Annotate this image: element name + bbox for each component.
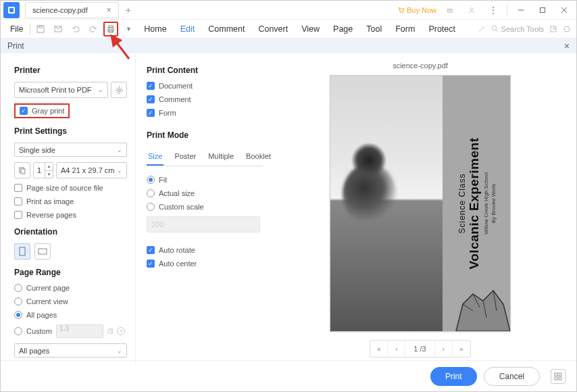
preview-title-strip: Science Class Volcanic Experiment Willow… (443, 76, 510, 331)
current-page-radio[interactable]: Current page (14, 284, 127, 292)
auto-center-option[interactable]: ✓Auto center (147, 260, 263, 268)
menu-page[interactable]: Page (328, 22, 358, 36)
svg-line-17 (496, 30, 498, 32)
search-tools[interactable]: Search Tools (491, 25, 544, 33)
print-header-title: Print (7, 41, 24, 51)
landscape-button[interactable] (34, 243, 51, 260)
custom-range-input[interactable]: 1-3 (56, 324, 103, 338)
print-settings-title: Print Settings (14, 126, 127, 136)
prev-page-button[interactable]: ‹ (388, 341, 405, 357)
last-page-button[interactable]: » (453, 341, 470, 357)
tab-title: science-copy.pdf (32, 6, 88, 14)
tab-booklet[interactable]: Booklet (245, 149, 272, 166)
custom-scale-radio[interactable]: Custom scale (147, 203, 263, 211)
print-comment-option[interactable]: ✓Comment (147, 95, 263, 103)
menu-home[interactable]: Home (139, 22, 172, 36)
scale-input[interactable]: 100 (147, 216, 260, 232)
menu-view[interactable]: View (296, 22, 325, 36)
chevron-down-icon: ⌄ (117, 167, 122, 174)
svg-point-5 (470, 7, 472, 9)
next-page-button[interactable]: › (435, 341, 453, 357)
user-icon[interactable] (463, 2, 480, 18)
auto-rotate-option[interactable]: ✓Auto rotate (147, 246, 263, 254)
actual-size-radio[interactable]: Actual size (147, 189, 263, 197)
new-tab-button[interactable]: + (126, 5, 131, 16)
dialog-footer: Print Cancel (1, 360, 576, 391)
dropdown-icon[interactable]: ▼ (121, 22, 136, 36)
menu-convert[interactable]: Convert (253, 22, 293, 36)
rock-illustration (449, 270, 510, 331)
svg-rect-25 (555, 373, 557, 376)
undo-icon[interactable] (68, 22, 83, 36)
menu-file[interactable]: File (6, 22, 27, 36)
svg-point-16 (492, 26, 496, 30)
sides-select[interactable]: Single side ⌄ (14, 143, 127, 157)
current-view-radio[interactable]: Current view (14, 297, 127, 305)
page-size-source-option[interactable]: Page size of source file (14, 184, 127, 192)
print-mode-tabs: Size Poster Multiple Booklet (147, 149, 263, 166)
paper-size-select[interactable]: A4 21 x 29.7 cm ⌄ (56, 162, 127, 178)
preview-pager: « ‹ 1 /3 › » (370, 340, 470, 358)
expand-icon[interactable] (563, 25, 571, 33)
svg-point-20 (118, 89, 120, 91)
save-icon[interactable] (33, 22, 48, 36)
printer-properties-button[interactable] (111, 82, 127, 98)
page-subset-select[interactable]: All pages ⌄ (14, 343, 127, 358)
svg-rect-1 (9, 8, 14, 12)
first-page-button[interactable]: « (370, 341, 388, 357)
spinner-down[interactable]: ▼ (45, 171, 53, 178)
close-window-button[interactable] (556, 2, 572, 18)
svg-rect-28 (559, 377, 561, 380)
custom-range-radio[interactable]: Custom 1-3 /3 ? (14, 324, 127, 338)
page-indicator: 1 /3 (405, 341, 434, 357)
printer-section-title: Printer (14, 66, 127, 75)
svg-rect-27 (555, 377, 557, 380)
close-dialog-button[interactable]: × (564, 41, 570, 51)
app-icon (3, 2, 20, 18)
menu-form[interactable]: Form (390, 22, 420, 36)
fit-radio[interactable]: Fit (147, 176, 263, 184)
portrait-button[interactable] (14, 243, 30, 260)
print-button[interactable]: Print (430, 367, 477, 386)
svg-rect-7 (541, 7, 545, 12)
buy-now-link[interactable]: Buy Now (397, 6, 436, 14)
tab-size[interactable]: Size (147, 149, 164, 166)
search-icon (491, 25, 499, 32)
menu-protect[interactable]: Protect (423, 22, 461, 36)
gray-print-option[interactable]: ✓ Gray print (14, 103, 70, 118)
printer-select[interactable]: Microsoft Print to PDF ⌄ (14, 82, 108, 98)
spinner-up[interactable]: ▲ (45, 163, 53, 171)
menu-comment[interactable]: Comment (203, 22, 250, 36)
mail-icon[interactable] (51, 22, 66, 36)
gray-print-checkbox[interactable]: ✓ (20, 107, 28, 115)
tab-multiple[interactable]: Multiple (207, 149, 235, 166)
share-icon[interactable] (549, 25, 557, 33)
menubar: File ▼ Home Edit Comment Convert View Pa… (1, 20, 576, 39)
reverse-pages-option[interactable]: Reverse pages (14, 211, 127, 219)
maximize-button[interactable] (534, 2, 551, 18)
copies-spinner[interactable]: 1 ▲▼ (33, 162, 53, 178)
print-form-option[interactable]: ✓Form (147, 109, 263, 117)
all-pages-radio[interactable]: All pages (14, 311, 127, 319)
chevron-down-icon: ⌄ (98, 87, 103, 93)
printer-settings-panel: Printer Microsoft Print to PDF ⌄ ✓ Gray … (1, 53, 136, 364)
gift-icon[interactable] (442, 2, 458, 18)
print-content-panel: Print Content ✓Document ✓Comment ✓Form P… (136, 53, 271, 364)
cancel-button[interactable]: Cancel (484, 367, 540, 386)
svg-rect-11 (39, 26, 42, 28)
print-as-image-option[interactable]: Print as image (14, 197, 127, 205)
tab-poster[interactable]: Poster (173, 149, 197, 166)
tab-close-icon[interactable]: × (107, 5, 111, 15)
print-dialog-body: Printer Microsoft Print to PDF ⌄ ✓ Gray … (1, 53, 576, 364)
more-icon[interactable]: ⋮ (485, 2, 501, 18)
grid-view-icon[interactable] (551, 369, 566, 384)
menu-tool[interactable]: Tool (361, 22, 387, 36)
minimize-button[interactable] (513, 2, 529, 18)
print-icon[interactable] (103, 22, 118, 36)
document-tab[interactable]: science-copy.pdf × (25, 2, 119, 18)
wand-icon[interactable] (478, 25, 486, 33)
help-icon[interactable]: ? (117, 327, 125, 335)
print-document-option[interactable]: ✓Document (147, 82, 263, 90)
menu-edit[interactable]: Edit (175, 22, 201, 36)
redo-icon[interactable] (86, 22, 101, 36)
